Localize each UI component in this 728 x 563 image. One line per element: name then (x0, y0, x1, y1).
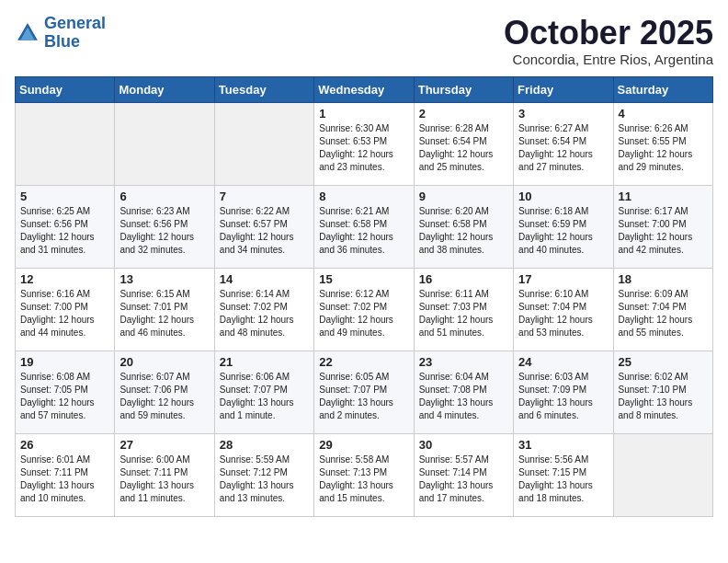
day-info-line: Daylight: 12 hours (119, 232, 194, 242)
calendar-cell: 26Sunrise: 6:01 AMSunset: 7:11 PMDayligh… (16, 433, 115, 516)
calendar-week-row: 19Sunrise: 6:08 AMSunset: 7:05 PMDayligh… (16, 350, 713, 433)
logo-line1: General (44, 14, 106, 32)
day-info-line: Sunrise: 6:23 AM (119, 206, 189, 216)
day-number: 18 (619, 272, 708, 286)
calendar-cell: 24Sunrise: 6:03 AMSunset: 7:09 PMDayligh… (514, 350, 613, 433)
day-info: Sunrise: 6:14 AMSunset: 7:02 PMDaylight:… (220, 288, 309, 339)
calendar-cell: 15Sunrise: 6:12 AMSunset: 7:02 PMDayligh… (314, 268, 414, 350)
day-number: 10 (518, 190, 608, 203)
calendar-cell: 7Sunrise: 6:22 AMSunset: 6:57 PMDaylight… (214, 185, 313, 268)
day-info-line: and 23 minutes. (319, 162, 384, 172)
day-info: Sunrise: 6:16 AMSunset: 7:00 PMDaylight:… (20, 288, 109, 339)
calendar-cell: 20Sunrise: 6:07 AMSunset: 7:06 PMDayligh… (115, 350, 214, 433)
day-info-line: Sunrise: 6:17 AM (619, 206, 688, 216)
day-info-line: and 11 minutes. (119, 493, 185, 503)
day-info-line: Sunset: 7:00 PM (619, 219, 687, 229)
day-info-line: Sunrise: 6:04 AM (419, 372, 489, 382)
day-info-line: Sunset: 7:06 PM (119, 385, 188, 395)
day-info-line: and 51 minutes. (419, 327, 484, 338)
day-info-line: Sunset: 6:54 PM (419, 136, 487, 146)
day-info-line: and 13 minutes. (220, 493, 285, 503)
day-info-line: Sunrise: 6:27 AM (518, 123, 588, 133)
day-info-line: and 27 minutes. (518, 162, 584, 172)
day-info-line: Sunset: 6:59 PM (518, 219, 586, 229)
day-info-line: Sunset: 7:09 PM (518, 385, 586, 395)
day-info-line: Daylight: 12 hours (619, 232, 693, 242)
day-info-line: Daylight: 12 hours (20, 232, 95, 242)
day-info-line: Sunrise: 6:12 AM (319, 289, 389, 299)
day-info: Sunrise: 6:00 AMSunset: 7:11 PMDaylight:… (119, 454, 209, 505)
day-info-line: Sunrise: 6:03 AM (518, 372, 588, 382)
day-info-line: and 59 minutes. (119, 410, 185, 420)
day-number: 19 (20, 355, 109, 369)
day-info-line: and 57 minutes. (20, 410, 85, 420)
day-info-line: and 18 minutes. (518, 493, 584, 503)
day-number: 26 (20, 438, 109, 452)
day-info-line: Daylight: 13 hours (220, 397, 294, 408)
day-number: 3 (518, 107, 608, 121)
day-info-line: and 48 minutes. (220, 327, 285, 338)
day-info-line: Sunrise: 6:05 AM (319, 372, 389, 382)
day-info-line: Sunset: 7:07 PM (319, 385, 387, 395)
day-info: Sunrise: 6:01 AMSunset: 7:11 PMDaylight:… (20, 454, 109, 505)
day-info-line: Sunrise: 6:18 AM (518, 206, 588, 216)
day-info: Sunrise: 6:23 AMSunset: 6:56 PMDaylight:… (119, 205, 209, 257)
day-info-line: Daylight: 13 hours (319, 480, 393, 490)
day-info-line: Daylight: 12 hours (518, 315, 593, 325)
calendar-cell: 8Sunrise: 6:21 AMSunset: 6:58 PMDaylight… (314, 185, 414, 268)
day-number: 15 (319, 272, 408, 286)
day-info-line: and 6 minutes. (518, 410, 579, 420)
day-info-line: and 38 minutes. (419, 245, 484, 255)
calendar-title: October 2025 (504, 15, 713, 52)
day-info-line: and 29 minutes. (619, 162, 684, 172)
day-info-line: Sunset: 6:58 PM (319, 219, 387, 229)
calendar-subtitle: Concordia, Entre Rios, Argentina (504, 52, 713, 67)
day-info-line: Daylight: 12 hours (419, 232, 494, 242)
day-info-line: Daylight: 13 hours (619, 397, 693, 408)
day-info-line: Daylight: 12 hours (20, 315, 95, 325)
calendar-cell: 4Sunrise: 6:26 AMSunset: 6:55 PMDaylight… (613, 102, 712, 185)
day-info-line: Sunrise: 6:15 AM (119, 289, 189, 299)
weekday-header: Thursday (414, 76, 513, 102)
day-info: Sunrise: 6:27 AMSunset: 6:54 PMDaylight:… (518, 122, 608, 174)
day-info: Sunrise: 6:04 AMSunset: 7:08 PMDaylight:… (419, 371, 508, 422)
calendar-cell: 25Sunrise: 6:02 AMSunset: 7:10 PMDayligh… (613, 350, 712, 433)
day-info: Sunrise: 6:08 AMSunset: 7:05 PMDaylight:… (20, 371, 109, 422)
calendar-cell (613, 433, 712, 516)
calendar-cell: 10Sunrise: 6:18 AMSunset: 6:59 PMDayligh… (514, 185, 613, 268)
day-info-line: Sunrise: 6:01 AM (20, 454, 90, 465)
day-info: Sunrise: 6:03 AMSunset: 7:09 PMDaylight:… (518, 371, 608, 422)
day-number: 7 (220, 190, 309, 203)
calendar-cell: 2Sunrise: 6:28 AMSunset: 6:54 PMDaylight… (414, 102, 513, 185)
calendar-cell (16, 102, 115, 185)
day-info-line: Sunrise: 6:07 AM (119, 372, 189, 382)
day-info: Sunrise: 5:59 AMSunset: 7:12 PMDaylight:… (220, 454, 309, 505)
calendar-cell: 1Sunrise: 6:30 AMSunset: 6:53 PMDaylight… (314, 102, 414, 185)
day-number: 29 (319, 438, 408, 452)
day-info-line: Sunset: 7:15 PM (518, 467, 586, 477)
day-info-line: and 32 minutes. (119, 245, 185, 255)
day-info-line: Sunset: 7:00 PM (20, 302, 88, 312)
day-info: Sunrise: 6:21 AMSunset: 6:58 PMDaylight:… (319, 205, 408, 257)
calendar-cell: 16Sunrise: 6:11 AMSunset: 7:03 PMDayligh… (414, 268, 513, 350)
calendar-cell: 18Sunrise: 6:09 AMSunset: 7:04 PMDayligh… (613, 268, 712, 350)
day-info-line: and 4 minutes. (419, 410, 480, 420)
day-info-line: Daylight: 12 hours (319, 149, 393, 159)
calendar-cell: 27Sunrise: 6:00 AMSunset: 7:11 PMDayligh… (115, 433, 214, 516)
day-info: Sunrise: 6:30 AMSunset: 6:53 PMDaylight:… (319, 122, 408, 174)
day-info: Sunrise: 6:22 AMSunset: 6:57 PMDaylight:… (220, 205, 309, 257)
day-number: 31 (518, 438, 608, 452)
day-info-line: Daylight: 13 hours (20, 480, 95, 490)
day-info-line: Sunrise: 5:58 AM (319, 454, 389, 465)
day-info: Sunrise: 6:11 AMSunset: 7:03 PMDaylight:… (419, 288, 508, 339)
day-info-line: Sunrise: 6:00 AM (119, 454, 189, 465)
day-number: 13 (119, 272, 209, 286)
day-info: Sunrise: 6:10 AMSunset: 7:04 PMDaylight:… (518, 288, 608, 339)
day-info-line: Daylight: 12 hours (419, 315, 494, 325)
day-info-line: Sunset: 7:02 PM (319, 302, 387, 312)
day-info-line: Daylight: 12 hours (319, 315, 393, 325)
day-info: Sunrise: 6:06 AMSunset: 7:07 PMDaylight:… (220, 371, 309, 422)
day-info-line: Sunset: 7:14 PM (419, 467, 487, 477)
day-info-line: Sunrise: 6:08 AM (20, 372, 90, 382)
day-info-line: Daylight: 13 hours (319, 397, 393, 408)
